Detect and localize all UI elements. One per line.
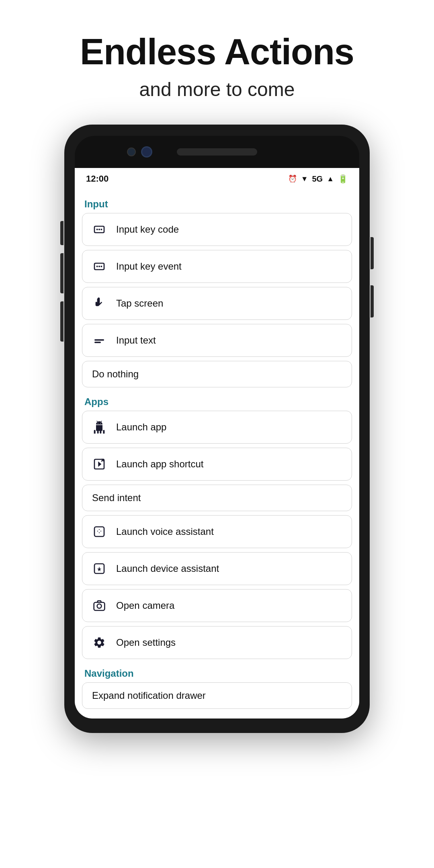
action-label-launch-voice-assistant: Launch voice assistant [116,526,214,537]
action-label-input-text: Input text [116,335,156,346]
tap-icon [90,295,108,312]
action-item-launch-app[interactable]: Launch app [82,411,352,444]
action-label-launch-app-shortcut: Launch app shortcut [116,459,204,470]
camera-dot-left [127,147,136,156]
svg-rect-9 [94,342,101,343]
action-label-send-intent: Send intent [92,492,141,504]
action-item-launch-voice-assistant[interactable]: Launch voice assistant [82,515,352,548]
action-item-open-settings[interactable]: Open settings [82,626,352,659]
section-header-input: Input [82,194,352,213]
status-signal-icon: ▲ [327,175,334,183]
action-item-open-camera[interactable]: Open camera [82,589,352,622]
keycode-icon [90,221,108,238]
svg-point-14 [97,604,102,608]
action-label-tap-screen: Tap screen [116,298,163,309]
keyevent-icon [90,258,108,275]
status-icons-group: ⏰ ▼ 5G ▲ 🔋 [287,174,348,184]
page-title: Endless Actions [80,32,354,72]
svg-point-5 [96,266,98,267]
text-icon [90,332,108,349]
action-item-launch-app-shortcut[interactable]: Launch app shortcut [82,448,352,481]
shortcut-icon [90,455,108,473]
phone-screen: 12:00 ⏰ ▼ 5G ▲ 🔋 InputInput key codeInpu… [75,168,359,719]
action-label-launch-device-assistant: Launch device assistant [116,563,219,574]
action-label-open-camera: Open camera [116,600,174,611]
camera-dot-right [141,146,152,158]
svg-point-7 [100,266,102,267]
page-header: Endless Actions and more to come [56,0,378,117]
svg-rect-8 [94,339,104,340]
action-label-expand-notification: Expand notification drawer [92,690,206,701]
phone-top-bar [75,136,359,168]
action-item-launch-device-assistant[interactable]: Launch device assistant [82,552,352,585]
status-battery-icon: 🔋 [338,174,348,184]
android-icon [90,418,108,436]
action-label-do-nothing: Do nothing [92,368,139,380]
svg-point-3 [100,229,102,230]
action-item-expand-notification[interactable]: Expand notification drawer [82,682,352,709]
voice-icon [90,523,108,540]
status-time: 12:00 [86,174,108,184]
action-label-input-key-code: Input key code [116,224,179,235]
action-label-open-settings: Open settings [116,637,176,648]
camera-icon [90,597,108,614]
section-header-apps: Apps [82,391,352,411]
action-item-do-nothing[interactable]: Do nothing [82,361,352,387]
status-bar: 12:00 ⏰ ▼ 5G ▲ 🔋 [75,168,359,188]
action-label-input-key-event: Input key event [116,261,182,272]
action-item-input-text[interactable]: Input text [82,324,352,357]
action-item-tap-screen[interactable]: Tap screen [82,287,352,320]
svg-point-6 [98,266,100,267]
status-wifi-icon: ▼ [301,175,308,183]
settings-icon [90,634,108,651]
screen-content[interactable]: InputInput key codeInput key eventTap sc… [75,188,359,719]
section-header-navigation: Navigation [82,663,352,682]
svg-point-1 [96,229,98,230]
status-network-label: 5G [312,174,323,184]
action-item-input-key-code[interactable]: Input key code [82,213,352,246]
svg-point-2 [98,229,100,230]
action-item-send-intent[interactable]: Send intent [82,485,352,511]
phone-shell: 12:00 ⏰ ▼ 5G ▲ 🔋 InputInput key codeInpu… [64,125,370,733]
speaker-bar [177,148,257,156]
device-icon [90,560,108,577]
svg-rect-11 [94,527,104,536]
status-alarm-icon: ⏰ [288,174,297,183]
page-subtitle: and more to come [80,78,354,100]
action-item-input-key-event[interactable]: Input key event [82,250,352,283]
action-label-launch-app: Launch app [116,422,166,433]
